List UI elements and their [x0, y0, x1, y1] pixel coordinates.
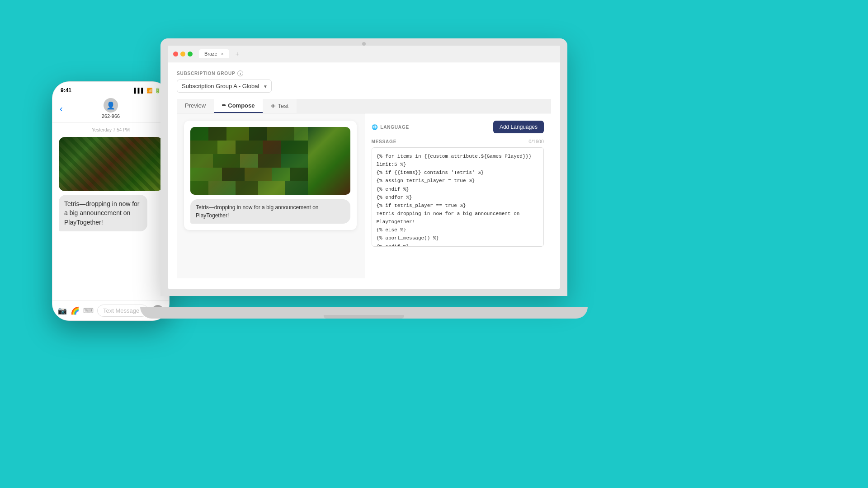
phone-time: 9:41: [61, 87, 71, 94]
message-section-header: MESSAGE 0/1600: [372, 139, 544, 144]
battery-icon: 🔋: [155, 88, 161, 94]
sms-preview-card: Tetris—dropping in now for a big announc…: [184, 121, 357, 230]
message-text: Tetris—dropping in now for a big announc…: [64, 200, 140, 226]
svg-rect-5: [294, 127, 308, 141]
close-traffic-light[interactable]: [173, 52, 178, 56]
phone-screen: 9:41 ▌▌▌ 📶 🔋 ‹ 👤 262-966 Yesterday 7:54 …: [52, 82, 169, 320]
laptop-base: [140, 307, 588, 319]
avatar: 👤: [104, 98, 118, 113]
phone-mockup: 9:41 ▌▌▌ 📶 🔋 ‹ 👤 262-966 Yesterday 7:54 …: [52, 81, 170, 321]
svg-rect-14: [258, 154, 281, 168]
svg-rect-23: [236, 181, 258, 195]
svg-rect-18: [245, 168, 272, 181]
svg-rect-4: [267, 127, 294, 141]
signal-icon: ▌▌▌: [134, 88, 145, 93]
preview-image-container: [190, 127, 350, 195]
new-tab-button[interactable]: +: [233, 49, 242, 58]
svg-rect-15: [281, 154, 308, 168]
browser-chrome: Braze × +: [168, 46, 560, 62]
test-label-text: Test: [278, 103, 288, 109]
browser-tab-active[interactable]: Braze ×: [199, 49, 229, 58]
compose-area: Tetris—dropping in now for a big announc…: [177, 113, 551, 278]
svg-rect-7: [217, 141, 236, 154]
right-compose-panel: 🌐 LANGUAGE Add Languages MESSAGE 0/1600: [364, 113, 552, 278]
globe-icon: 🌐: [372, 124, 378, 130]
tab-close-icon[interactable]: ×: [221, 52, 224, 56]
svg-rect-13: [240, 154, 258, 168]
subscription-select[interactable]: Subscription Group A - Global: [177, 80, 272, 93]
wifi-icon: 📶: [146, 88, 153, 94]
preview-bubble: Tetris—dropping in now for a big announc…: [190, 199, 350, 224]
svg-rect-19: [272, 168, 290, 181]
minimize-traffic-light[interactable]: [180, 52, 185, 56]
preview-panel: Tetris—dropping in now for a big announc…: [177, 113, 364, 278]
subscription-group-label: SUBSCRIPTION GROUP i: [177, 70, 551, 76]
svg-rect-21: [190, 181, 208, 195]
incoming-message-bubble: Tetris—dropping in now for a big announc…: [59, 195, 147, 231]
pixel-art-phone: [59, 137, 163, 191]
webcam-dot: [362, 42, 366, 46]
tab-label: Braze: [204, 51, 217, 56]
tab-preview[interactable]: Preview: [177, 99, 214, 113]
add-languages-button[interactable]: Add Languages: [493, 121, 544, 133]
char-count: 0/1600: [528, 139, 544, 144]
phone-status-bar: 9:41 ▌▌▌ 📶 🔋: [52, 82, 169, 95]
traffic-lights: [173, 52, 193, 56]
back-button[interactable]: ‹: [60, 103, 63, 114]
text-input-placeholder: Text Message: [103, 307, 139, 314]
message-section: MESSAGE 0/1600 {% for items in {{custom_…: [372, 139, 544, 249]
svg-rect-20: [290, 168, 308, 181]
tab-test[interactable]: 👁 Test: [263, 99, 297, 113]
maximize-traffic-light[interactable]: [188, 52, 193, 56]
svg-rect-24: [258, 181, 285, 195]
eye-icon: 👁: [271, 103, 276, 109]
contact-info: 👤 262-966: [102, 98, 120, 119]
sticker-icon[interactable]: 🌈: [71, 306, 80, 315]
svg-rect-22: [208, 181, 236, 195]
laptop-hinge: [324, 315, 404, 319]
contact-name: 262-966: [102, 113, 120, 119]
browser-content: SUBSCRIPTION GROUP i Subscription Group …: [168, 62, 560, 289]
message-label: MESSAGE: [372, 139, 397, 144]
phone-nav: ‹ 👤 262-966: [52, 95, 169, 123]
subscription-select-wrapper: Subscription Group A - Global ▼: [177, 80, 272, 93]
messages-area: Yesterday 7:54 PM Tetris—dropping in now…: [52, 123, 169, 300]
tab-spacer: [297, 99, 551, 113]
compose-label-text: Compose: [228, 102, 255, 109]
info-icon[interactable]: i: [237, 70, 243, 76]
compose-tabs: Preview ✏ Compose 👁 Test: [177, 99, 551, 113]
svg-rect-25: [285, 181, 308, 195]
svg-rect-3: [249, 127, 267, 141]
tetris-art-svg: [190, 127, 350, 195]
tab-compose[interactable]: ✏ Compose: [214, 99, 263, 113]
svg-rect-9: [263, 141, 281, 154]
svg-rect-17: [222, 168, 245, 181]
svg-rect-11: [190, 154, 213, 168]
preview-bubble-text: Tetris—dropping in now for a big announc…: [196, 204, 319, 219]
laptop-mockup: Braze × + SUBSCRIPTION GROUP i Subscript…: [160, 38, 567, 319]
svg-rect-2: [226, 127, 249, 141]
message-image: [59, 137, 163, 191]
laptop-body: Braze × + SUBSCRIPTION GROUP i Subscript…: [160, 38, 567, 296]
svg-rect-16: [190, 168, 222, 181]
preview-pixel-art: [190, 127, 350, 195]
appstore-icon[interactable]: ⌨: [83, 306, 94, 315]
message-timestamp: Yesterday 7:54 PM: [59, 127, 163, 132]
message-textarea[interactable]: {% for items in {{custom_attribute.${Gam…: [372, 147, 544, 247]
svg-rect-8: [236, 141, 263, 154]
language-label: 🌐 LANGUAGE: [372, 124, 409, 130]
svg-rect-6: [190, 141, 217, 154]
svg-rect-10: [281, 141, 308, 154]
language-section-header: 🌐 LANGUAGE Add Languages: [372, 121, 544, 133]
svg-rect-0: [190, 127, 208, 141]
camera-icon[interactable]: 📷: [58, 306, 67, 315]
status-icons: ▌▌▌ 📶 🔋: [134, 88, 161, 94]
subscription-group-section: SUBSCRIPTION GROUP i Subscription Group …: [177, 70, 551, 93]
pencil-icon: ✏: [222, 103, 226, 108]
svg-rect-12: [213, 154, 240, 168]
svg-rect-1: [208, 127, 226, 141]
laptop-screen: Braze × + SUBSCRIPTION GROUP i Subscript…: [168, 46, 560, 289]
